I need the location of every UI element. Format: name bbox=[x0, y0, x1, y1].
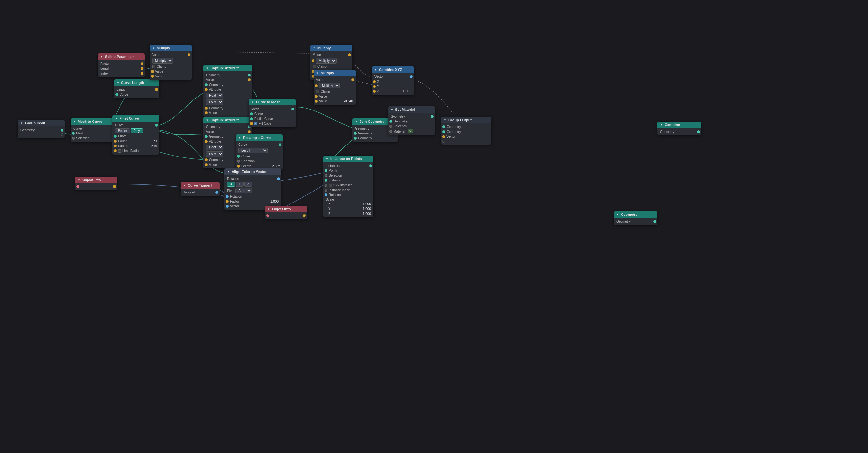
fc-lr-socket[interactable] bbox=[114, 149, 117, 152]
iop-sel-in[interactable] bbox=[324, 174, 328, 177]
sm-mat-in[interactable] bbox=[389, 130, 392, 133]
sm-geo-out[interactable] bbox=[431, 115, 434, 118]
mesh-to-curve-node[interactable]: ▼ Mesh to Curve Curve Mesh Selection bbox=[71, 118, 119, 142]
cl-length-out[interactable] bbox=[155, 88, 158, 91]
ae-y-btn[interactable]: Y bbox=[236, 182, 244, 187]
oi1-out[interactable] bbox=[113, 185, 116, 188]
set-material-node[interactable]: ▼ Set Material Geometry Geometry Selecti… bbox=[388, 106, 435, 135]
fc-count-in[interactable] bbox=[114, 140, 117, 143]
material-swatch[interactable]: ✕ bbox=[408, 129, 413, 133]
object-info-1-node[interactable]: ▼ Object Info bbox=[75, 177, 117, 190]
curve-to-mesh-node[interactable]: ▼ Curve to Mesh Mesh Curve Profile Curve… bbox=[249, 99, 296, 127]
rc-sel-in[interactable] bbox=[237, 160, 240, 163]
ae-x-btn[interactable]: X bbox=[227, 182, 235, 187]
m1-val-out[interactable] bbox=[188, 54, 190, 56]
curve-length-node[interactable]: ▼ Curve Length Length Curve bbox=[114, 80, 159, 98]
jg-geo-in2[interactable] bbox=[354, 137, 356, 140]
multiply-node-1[interactable]: ▼ Multiply Value Multiply Clamp Value Va… bbox=[150, 45, 192, 80]
cl-curve-in[interactable] bbox=[115, 93, 118, 96]
fc-curve-out[interactable] bbox=[155, 124, 158, 127]
fc-lr-cb[interactable] bbox=[118, 149, 121, 153]
ctm-fc-socket[interactable] bbox=[250, 122, 253, 125]
fc-curve-in[interactable] bbox=[114, 135, 117, 138]
ca2-float-sel[interactable]: Float bbox=[206, 145, 223, 150]
object-info-2-node[interactable]: ▼ Object Info bbox=[265, 206, 307, 219]
rc-length-sel[interactable]: Length bbox=[238, 148, 268, 153]
resample-curve-node[interactable]: ▼ Resample Curve Curve Length Curve Sele… bbox=[236, 134, 283, 170]
rc-curve-out[interactable] bbox=[279, 143, 281, 146]
oi2-in[interactable] bbox=[266, 214, 269, 217]
combine-node[interactable]: ▼ Combine Geometry bbox=[657, 122, 701, 135]
fc-radius-in[interactable] bbox=[114, 145, 117, 147]
m2-clamp-cb[interactable] bbox=[313, 65, 316, 68]
iop-pi-sock[interactable] bbox=[324, 184, 328, 187]
iop-pts-in[interactable] bbox=[324, 169, 328, 172]
m1-clamp-cb[interactable] bbox=[152, 65, 155, 68]
ca1-geo-out[interactable] bbox=[248, 73, 251, 77]
ca2-geo-in[interactable] bbox=[205, 135, 208, 138]
oi2-out[interactable] bbox=[303, 214, 306, 217]
iop-pick-inst-cb[interactable] bbox=[329, 184, 332, 187]
ca2-point-sel[interactable]: Point bbox=[206, 151, 223, 157]
ca2-attr-in[interactable] bbox=[205, 140, 208, 143]
fc-bezier-btn[interactable]: Bezier bbox=[115, 128, 130, 133]
iop-inst-out[interactable] bbox=[369, 164, 372, 167]
geometry-output-socket[interactable] bbox=[61, 129, 63, 131]
go-geo-in2[interactable] bbox=[442, 130, 445, 133]
m2-op-sel[interactable]: Multiply bbox=[316, 58, 337, 63]
ca1-attr-in[interactable] bbox=[205, 88, 208, 91]
ca1-geo-in[interactable] bbox=[205, 83, 208, 86]
factor-socket[interactable] bbox=[141, 62, 144, 65]
ctm-curve-in[interactable] bbox=[250, 113, 253, 115]
ca2-val-in[interactable] bbox=[205, 163, 208, 166]
m3-op-sel[interactable]: Multiply bbox=[319, 83, 340, 88]
ae-z-btn[interactable]: Z bbox=[244, 182, 252, 187]
fillet-curve-node[interactable]: ▼ Fillet Curve Curve Bezier Poly Curve C… bbox=[113, 115, 159, 155]
oi1-in[interactable] bbox=[76, 185, 79, 188]
mtr-mesh-in-socket[interactable] bbox=[72, 132, 75, 135]
ca1-val-in[interactable] bbox=[205, 112, 208, 114]
instance-on-points-node[interactable]: ▼ Instance on Points Instances Points Se… bbox=[323, 155, 373, 217]
ca1-float-sel[interactable]: Float bbox=[206, 93, 223, 98]
iop-inst-in[interactable] bbox=[324, 179, 328, 182]
combine-xyz-node[interactable]: ▼ Combine XYZ Vector X Y Z 0.000 bbox=[372, 66, 414, 95]
cxyz-vec-out[interactable] bbox=[410, 75, 413, 78]
capture-attr-1-node[interactable]: ▼ Capture Attribute Geometry Value Geome… bbox=[204, 65, 252, 117]
iop-rot-in[interactable] bbox=[324, 193, 328, 197]
m2-val-in[interactable] bbox=[312, 59, 314, 62]
multiply-node-3[interactable]: ▼ Multiply Value Multiply Clamp Value Va… bbox=[313, 70, 355, 105]
ca1-geo-in2[interactable] bbox=[205, 107, 208, 110]
ca2-geo-in2[interactable] bbox=[205, 158, 208, 161]
m3-clamp-cb[interactable] bbox=[316, 90, 319, 93]
align-euler-node[interactable]: ▼ Align Euler to Vector Rotation X Y Z P… bbox=[224, 169, 281, 210]
spline-parameter-node[interactable]: ▼ Spline Parameter Factor Length Index bbox=[98, 54, 145, 77]
fc-poly-btn[interactable]: Poly bbox=[130, 128, 143, 133]
ae-rot-out[interactable] bbox=[277, 177, 280, 180]
ae-pivot-sel[interactable]: Auto bbox=[236, 188, 252, 193]
ae-rot-in[interactable] bbox=[226, 195, 229, 198]
m3-val-out[interactable] bbox=[351, 79, 354, 81]
cb-geo-out[interactable] bbox=[697, 130, 700, 133]
geometry-node[interactable]: ▼ Geometry Geometry bbox=[614, 211, 657, 225]
m1-op-select[interactable]: Multiply bbox=[152, 58, 173, 63]
ca1-val-out[interactable] bbox=[248, 79, 251, 81]
cxyz-y-in[interactable] bbox=[372, 85, 376, 88]
iop-idx-in[interactable] bbox=[324, 189, 328, 191]
ae-factor-in[interactable] bbox=[226, 200, 229, 203]
m3-in2[interactable] bbox=[315, 100, 318, 103]
cxyz-z-in[interactable] bbox=[372, 89, 376, 93]
group-output-node[interactable]: ▼ Group Output Geometry Geometry Vector bbox=[441, 117, 491, 145]
ctm-fill-caps-cb[interactable]: ✓ bbox=[254, 122, 257, 125]
group-input-node[interactable]: ▼ Group Input Geometry bbox=[18, 120, 65, 138]
cxyz-x-in[interactable] bbox=[372, 80, 376, 83]
index-socket[interactable] bbox=[141, 72, 144, 75]
rc-len-in[interactable] bbox=[237, 164, 240, 168]
ca2-val-out[interactable] bbox=[248, 130, 251, 133]
length-socket[interactable] bbox=[141, 67, 144, 70]
go-geo-in1[interactable] bbox=[442, 125, 445, 128]
m1-val-in2[interactable] bbox=[151, 75, 154, 78]
m3-in1[interactable] bbox=[315, 95, 318, 98]
sm-sel-in[interactable] bbox=[389, 125, 392, 128]
m1-val-in1[interactable] bbox=[151, 70, 154, 73]
m2-val-out[interactable] bbox=[348, 54, 351, 56]
